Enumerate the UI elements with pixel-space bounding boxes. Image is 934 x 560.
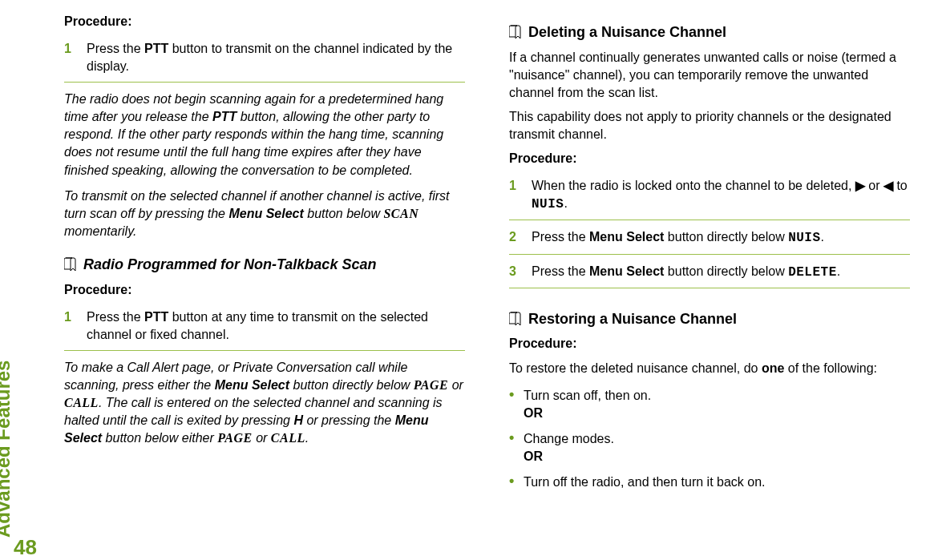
scan-softkey: SCAN: [383, 207, 418, 220]
step-text: Press the: [532, 264, 589, 278]
text: .: [305, 431, 309, 445]
page-softkey: PAGE: [414, 378, 448, 392]
step-item: When the radio is locked onto the channe…: [509, 174, 910, 220]
right-arrow-icon: ▶: [855, 179, 865, 192]
text: of the following:: [784, 361, 877, 375]
heading-text: Restoring a Nuisance Channel: [528, 309, 737, 329]
menu-select-label: Menu Select: [215, 378, 289, 392]
left-arrow-icon: ◀: [883, 179, 893, 192]
procedure-word: Procedure: [64, 14, 127, 28]
heading-text: Radio Programmed for Non-Talkback Scan: [83, 255, 376, 275]
list-item: Change modes. OR: [509, 427, 910, 470]
procedure-label: Procedure:: [64, 13, 465, 30]
ptt-label: PTT: [144, 310, 168, 324]
call-softkey: CALL: [271, 431, 305, 445]
text: button directly below: [289, 378, 414, 392]
text: momentarily.: [64, 224, 136, 238]
step-text: Press the: [87, 310, 144, 324]
step-item: Press the Menu Select button directly be…: [509, 260, 910, 288]
italic-paragraph: To make a Call Alert page, or Private Co…: [64, 359, 465, 447]
steps-list-1: Press the PTT button to transmit on the …: [64, 37, 465, 83]
body-paragraph: This capability does not apply to priori…: [509, 108, 910, 143]
ptt-label: PTT: [212, 110, 237, 123]
section-heading: Radio Programmed for Non-Talkback Scan: [64, 255, 465, 275]
page-number: 48: [14, 535, 37, 560]
body-paragraph: To restore the deleted nuisance channel,…: [509, 360, 910, 377]
step-text: button directly below: [664, 230, 788, 244]
side-tab-label: Advanced Features: [0, 361, 14, 538]
step-item: Press the PTT button at any time to tran…: [64, 305, 465, 351]
manual-page: Advanced Features 48 Procedure: Press th…: [0, 0, 934, 560]
step-text: Press the: [87, 42, 144, 55]
text: or: [448, 378, 463, 392]
italic-paragraph: To transmit on the selected channel if a…: [64, 187, 465, 240]
step-text: .: [837, 264, 840, 278]
menu-select-label: Menu Select: [589, 230, 664, 244]
right-column: Deleting a Nuisance Channel If a channel…: [509, 8, 910, 536]
menu-select-label: Menu Select: [228, 207, 303, 220]
bullet-text: Change modes.: [524, 432, 614, 445]
list-item: Turn off the radio, and then turn it bac…: [509, 470, 910, 496]
section-heading: Deleting a Nuisance Channel: [509, 22, 910, 42]
or-label: OR: [524, 405, 910, 422]
menu-select-label: Menu Select: [589, 264, 664, 278]
ptt-label: PTT: [144, 42, 168, 55]
step-item: Press the Menu Select button directly be…: [509, 225, 910, 254]
steps-list-delete: When the radio is locked onto the channe…: [509, 174, 910, 288]
step-text: button directly below: [664, 264, 788, 278]
procedure-label: Procedure:: [509, 335, 910, 353]
bookmark-icon: [509, 312, 522, 326]
delete-softkey: DELETE: [788, 265, 837, 280]
page-softkey: PAGE: [217, 431, 252, 445]
step-text: or: [865, 179, 883, 192]
text: To restore the deleted nuisance channel,…: [509, 361, 762, 375]
left-column: Procedure: Press the PTT button to trans…: [64, 8, 465, 536]
step-text: Press the: [532, 230, 589, 244]
bullet-text: Turn off the radio, and then turn it bac…: [524, 475, 766, 489]
step-text: .: [564, 196, 567, 210]
bookmark-icon: [64, 257, 77, 272]
text: or pressing the: [303, 413, 395, 427]
steps-list-2: Press the PTT button at any time to tran…: [64, 305, 465, 351]
procedure-label: Procedure:: [64, 281, 465, 299]
text: button below: [304, 207, 384, 220]
or-label: OR: [524, 448, 910, 465]
step-item: Press the PTT button to transmit on the …: [64, 37, 465, 83]
step-text: When the radio is locked onto the channe…: [532, 179, 855, 192]
call-softkey: CALL: [64, 396, 99, 409]
text: or: [253, 431, 271, 445]
body-paragraph: If a channel continually generates unwan…: [509, 49, 910, 102]
heading-text: Deleting a Nuisance Channel: [528, 22, 726, 42]
list-item: Turn scan off, then on. OR: [509, 384, 910, 427]
step-text: .: [821, 230, 824, 244]
bookmark-icon: [509, 25, 522, 39]
colon: :: [127, 14, 131, 28]
step-text: to: [893, 179, 908, 192]
text: button below either: [102, 431, 217, 445]
two-column-layout: Procedure: Press the PTT button to trans…: [64, 8, 910, 536]
section-heading: Restoring a Nuisance Channel: [509, 309, 910, 329]
nuis-softkey: NUIS: [788, 231, 820, 245]
emphasis-one: one: [762, 361, 784, 375]
bullet-list-restore: Turn scan off, then on. OR Change modes.…: [509, 384, 910, 496]
procedure-label: Procedure:: [509, 150, 910, 167]
bullet-text: Turn scan off, then on.: [524, 389, 651, 402]
nuis-softkey: NUIS: [532, 197, 564, 212]
home-icon: H: [293, 413, 303, 427]
italic-paragraph: The radio does not begin scanning again …: [64, 91, 465, 179]
